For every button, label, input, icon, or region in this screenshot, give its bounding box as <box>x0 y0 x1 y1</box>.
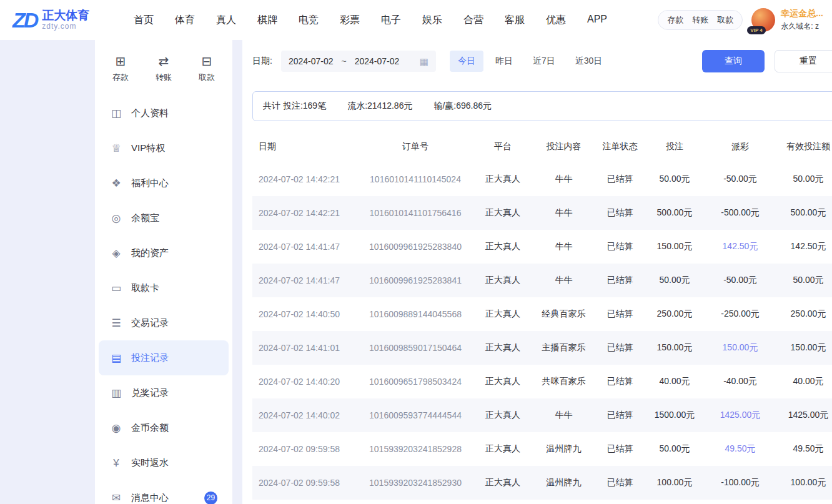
nav-item-home[interactable]: 首页 <box>134 14 154 27</box>
coin-icon: ◉ <box>110 423 122 433</box>
sidebar-item-rebate[interactable]: ¥ 实时返水 <box>99 445 229 480</box>
table-row: 2024-07-02 14:40:50 1016009889144045568 … <box>252 297 832 331</box>
date-range-input[interactable]: 2024-07-02 ~ 2024-07-02 <box>281 51 436 72</box>
cell-bet-content: 牛牛 <box>531 174 597 185</box>
column-header: 平台 <box>475 141 531 152</box>
sidebar-item-bet-records[interactable]: ▤ 投注记录 <box>99 340 229 375</box>
quick-action-transfer[interactable]: ⇄ 转账 <box>156 55 172 83</box>
id-card-icon: ◫ <box>110 108 122 119</box>
cell-platform: 正大真人 <box>475 342 531 353</box>
cell-payout: -50.00元 <box>706 275 775 286</box>
cell-bet-content: 主播百家乐 <box>531 342 597 353</box>
cell-order-number: 1016010141110145024 <box>356 174 475 184</box>
summary-bar: 共计 投注:169笔 流水:21412.86元 输/赢:696.86元 <box>252 91 832 121</box>
quick-action-deposit[interactable]: ⊞ 存款 <box>112 55 129 83</box>
sidebar-item-messages[interactable]: ✉ 消息中心 29 <box>99 480 229 504</box>
cell-valid-amount: 142.50元 <box>775 241 832 252</box>
sidebar-item-vip[interactable]: ♕ VIP特权 <box>99 131 229 166</box>
filter-row: 日期: 2024-07-02 ~ 2024-07-02 今日 昨日 近7日 近3… <box>242 44 832 74</box>
cell-platform: 正大真人 <box>475 443 531 455</box>
sidebar-item-welfare[interactable]: ❖ 福利中心 <box>99 166 229 200</box>
cell-status: 已结算 <box>597 477 643 488</box>
nav-item-promos[interactable]: 优惠 <box>546 14 566 27</box>
avatar[interactable]: VIP 4 <box>751 8 775 32</box>
cell-order-number: 1015939203241852930 <box>356 478 475 488</box>
permanent-domain-note: 永久域名: z <box>781 21 823 32</box>
quick-range-group: 今日 昨日 近7日 近30日 <box>450 51 610 72</box>
nav-item-slots[interactable]: 电子 <box>381 14 401 27</box>
nav-item-app[interactable]: APP <box>587 14 607 27</box>
cell-platform: 正大真人 <box>475 241 531 252</box>
bank-card-icon: ▭ <box>110 283 122 294</box>
range-yesterday[interactable]: 昨日 <box>487 51 521 72</box>
cell-payout: 150.00元 <box>706 342 775 353</box>
sidebar-item-balance-treasure[interactable]: ◎ 余额宝 <box>99 200 229 235</box>
cell-status: 已结算 <box>597 275 643 286</box>
sidebar-item-gold-balance[interactable]: ◉ 金币余额 <box>99 410 229 445</box>
cell-order-number: 1016009593774444544 <box>356 410 475 420</box>
header-deposit-link[interactable]: 存款 <box>667 14 683 26</box>
cell-order-number: 1016009889144045568 <box>356 309 475 319</box>
cell-valid-amount: 40.00元 <box>775 376 832 387</box>
cell-payout: -40.00元 <box>706 376 775 387</box>
sidebar-item-redeem-records[interactable]: ▥ 兑奖记录 <box>99 375 229 410</box>
nav-item-entertainment[interactable]: 娱乐 <box>422 14 442 27</box>
reset-button[interactable]: 重置 <box>775 50 832 72</box>
nav-item-sports[interactable]: 体育 <box>175 14 195 27</box>
cell-date: 2024-07-02 14:40:50 <box>252 309 356 319</box>
wallet-quick-links: 存款 转账 取款 <box>658 10 743 30</box>
range-last7days[interactable]: 近7日 <box>525 51 563 72</box>
cell-platform: 正大真人 <box>475 174 531 185</box>
sidebar-item-label: 交易记录 <box>131 317 169 329</box>
nav-item-live[interactable]: 真人 <box>216 14 236 27</box>
date-end-value: 2024-07-02 <box>355 56 400 66</box>
transfer-icon: ⇄ <box>159 55 169 67</box>
withdraw-icon: ⊟ <box>202 55 212 67</box>
cell-valid-amount: 1425.00元 <box>775 410 832 421</box>
nav-item-esports[interactable]: 电竞 <box>299 14 319 27</box>
cell-bet-amount: 150.00元 <box>643 342 706 353</box>
cell-platform: 正大真人 <box>475 410 531 421</box>
range-today[interactable]: 今日 <box>450 51 483 72</box>
sidebar-item-label: 取款卡 <box>131 282 159 294</box>
cell-bet-amount: 50.00元 <box>643 443 706 455</box>
summary-winloss: 输/赢:696.86元 <box>433 101 492 112</box>
cell-status: 已结算 <box>597 241 643 252</box>
cell-status: 已结算 <box>597 174 643 185</box>
cell-status: 已结算 <box>597 342 643 353</box>
header-transfer-link[interactable]: 转账 <box>692 14 708 26</box>
cell-bet-amount: 250.00元 <box>643 309 706 320</box>
sidebar-item-profile[interactable]: ◫ 个人资料 <box>99 96 229 131</box>
sidebar-item-withdraw-card[interactable]: ▭ 取款卡 <box>99 270 229 305</box>
cell-order-number: 1016009859017150464 <box>356 343 475 353</box>
envelope-icon: ✉ <box>110 493 122 503</box>
header-withdraw-link[interactable]: 取款 <box>717 14 733 26</box>
sidebar-item-transactions[interactable]: ☰ 交易记录 <box>99 305 229 340</box>
cell-bet-amount: 500.00元 <box>643 207 706 219</box>
table-row: 2024-07-02 14:41:01 1016009859017150464 … <box>252 331 832 365</box>
nav-item-board-games[interactable]: 棋牌 <box>257 14 277 27</box>
brand[interactable]: ZD 正大体育 zdty.com <box>12 8 119 32</box>
cell-bet-content: 温州牌九 <box>531 477 597 488</box>
nav-item-support[interactable]: 客服 <box>505 14 525 27</box>
navbar-right: 存款 转账 取款 VIP 4 幸运金总... 永久域名: z <box>658 8 827 32</box>
assets-icon: ◈ <box>110 248 122 259</box>
sidebar-item-label: 实时返水 <box>131 457 169 469</box>
cell-date: 2024-07-02 14:41:47 <box>252 242 356 252</box>
sidebar-item-assets[interactable]: ◈ 我的资产 <box>99 235 229 270</box>
cell-date: 2024-07-02 14:41:47 <box>252 275 356 285</box>
cell-platform: 正大真人 <box>475 309 531 320</box>
cell-valid-amount: 500.00元 <box>775 207 832 219</box>
cell-bet-content: 共咪百家乐 <box>531 376 597 387</box>
nav-item-affiliate[interactable]: 合营 <box>463 14 483 27</box>
quick-action-withdraw[interactable]: ⊟ 取款 <box>199 55 215 83</box>
range-last30days[interactable]: 近30日 <box>567 51 611 72</box>
cell-order-number: 1016009961925283840 <box>356 242 475 252</box>
nav-item-lottery[interactable]: 彩票 <box>340 14 360 27</box>
sidebar-item-label: 金币余额 <box>131 422 169 434</box>
search-button[interactable]: 查询 <box>702 50 765 72</box>
list-icon: ☰ <box>110 318 122 329</box>
summary-turnover: 流水:21412.86元 <box>347 101 412 112</box>
table-row: 2024-07-02 14:40:02 1016009593774444544 … <box>252 398 832 432</box>
username: 幸运金总... <box>781 8 823 19</box>
